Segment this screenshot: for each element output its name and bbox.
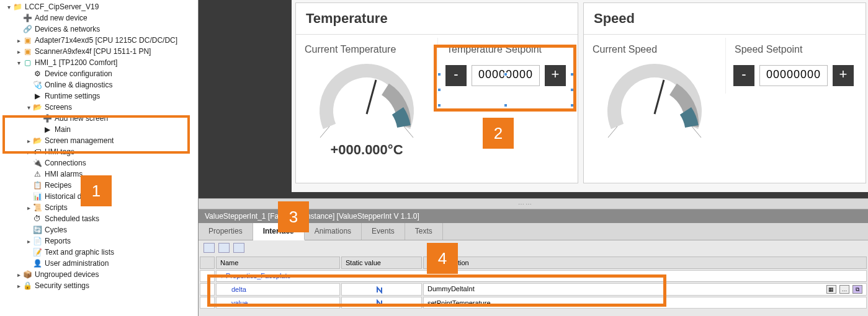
tree-label: Screen management [45, 136, 114, 145]
datatype-icon [341, 297, 422, 309]
tree-project-root[interactable]: ▾📁LCCF_CipServer_V19 [0, 1, 198, 12]
current-temp-label: Current Temperature [296, 38, 437, 58]
tree-security[interactable]: ▸🔒Security settings [0, 280, 198, 291]
tree-label: Security settings [35, 281, 89, 290]
cycles-icon: 🔄 [32, 225, 42, 235]
tree-label: Add new screen [55, 114, 108, 123]
tree-cycles[interactable]: 🔄Cycles [0, 224, 198, 235]
tree-label: User administration [45, 259, 109, 268]
tree-label: Text and graphic lists [45, 248, 114, 257]
tree-ungrouped[interactable]: ▸📦Ungrouped devices [0, 269, 198, 280]
tags-icon: 🏷 [32, 147, 42, 157]
tree-online-diag[interactable]: 🩺Online & diagnostics [0, 79, 198, 90]
screen-editor-canvas[interactable]: Temperature Current Temperature +000.000… [199, 0, 868, 198]
project-tree[interactable]: ▾📁LCCF_CipServer_V19 ➕Add new device 🔗De… [0, 0, 198, 292]
group-label: Properties_Faceplate [226, 272, 291, 279]
text-list-icon: 📝 [32, 247, 42, 257]
tag-link-button[interactable]: ⧉ [852, 285, 862, 294]
tree-text-graphic[interactable]: 📝Text and graphic lists [0, 247, 198, 258]
scheduled-icon: ⏱ [32, 214, 42, 224]
tree-devices-networks[interactable]: 🔗Devices & networks [0, 24, 198, 35]
folder-icon: 📂 [32, 136, 42, 146]
tab-texts[interactable]: Texts [405, 223, 443, 240]
tree-label: Runtime settings [45, 92, 100, 100]
speed-setpoint-stepper[interactable]: - 00000000 + [726, 58, 867, 94]
tree-label: Add new device [35, 14, 87, 22]
setpoint-value[interactable]: 00000000 [472, 65, 540, 86]
tree-label: Reports [45, 237, 71, 245]
tag-more-button[interactable]: … [839, 285, 849, 294]
tree-label: Scheduled tasks [45, 214, 99, 223]
recipes-icon: 📋 [32, 180, 42, 190]
tab-events[interactable]: Events [362, 223, 405, 240]
ungrouped-icon: 📦 [22, 270, 32, 279]
tree-label: ScannerA9xfex4f [CPU 1511-1 PN] [35, 47, 151, 56]
diagnostics-icon: 🩺 [32, 80, 42, 90]
setpoint-value[interactable]: 00000000 [759, 65, 828, 86]
tree-runtime[interactable]: ▶Runtime settings [0, 90, 198, 102]
temp-setpoint-label: Temperature Setpoint [438, 38, 579, 58]
prop-dynamization[interactable]: setPointTemperature [423, 297, 867, 309]
temperature-panel: Temperature Current Temperature +000.000… [295, 2, 578, 183]
toolbar-collapse-icon[interactable] [233, 243, 244, 253]
tree-add-device[interactable]: ➕Add new device [0, 12, 198, 24]
callout-1: 1 [81, 175, 112, 206]
add-device-icon: ➕ [22, 13, 32, 23]
plc-icon: ▣ [22, 46, 32, 56]
tree-adapter[interactable]: ▸▣Adapter71x4exd5 [CPU 1215C DC/DC/DC] [0, 35, 198, 46]
tree-label: Devices & networks [35, 25, 100, 33]
tree-label: Main [55, 125, 71, 134]
tag-browse-button[interactable]: ▦ [826, 285, 836, 294]
speed-panel: Speed Current Speed Speed Setpoint - 000… [583, 2, 866, 183]
decrement-button[interactable]: - [445, 65, 467, 86]
historical-icon: 📊 [32, 191, 42, 201]
project-icon: 📁 [12, 2, 22, 12]
tree-hmi-tags[interactable]: ▸🏷HMI tags [0, 146, 198, 157]
tree-screen-mgmt[interactable]: ▸📂Screen management [0, 135, 198, 146]
tree-scanner[interactable]: ▸▣ScannerA9xfex4f [CPU 1511-1 PN] [0, 46, 198, 57]
tree-label: Adapter71x4exd5 [CPU 1215C DC/DC/DC] [35, 36, 177, 45]
grid-row[interactable]: delta DummyDeltaInt ▦ … ⧉ [200, 283, 867, 296]
speed-setpoint-label: Speed Setpoint [726, 38, 867, 58]
tree-device-config[interactable]: ⚙Device configuration [0, 68, 198, 79]
col-dynamization[interactable]: Dynamization [423, 257, 867, 269]
current-temp-value: +000.000°C [296, 142, 437, 158]
interface-grid[interactable]: Name Static value Dynamization ▾ Propert… [199, 255, 868, 310]
svg-line-0 [367, 80, 376, 114]
prop-dynamization[interactable]: DummyDeltaInt ▦ … ⧉ [423, 283, 867, 296]
col-name[interactable]: Name [216, 257, 340, 269]
col-static[interactable]: Static value [341, 257, 422, 269]
increment-button[interactable]: + [545, 65, 566, 86]
increment-button[interactable]: + [833, 65, 854, 86]
callout-4: 4 [427, 243, 458, 274]
temperature-setpoint-stepper[interactable]: - 00000000 + [438, 58, 579, 94]
grid-group-row[interactable]: ▾ Properties_Faceplate [200, 270, 867, 282]
tree-connections[interactable]: 🔌Connections [0, 157, 198, 169]
reports-icon: 📄 [32, 236, 42, 246]
security-icon: 🔒 [22, 281, 32, 291]
hmi-runtime-background: Temperature Current Temperature +000.000… [292, 0, 868, 192]
tree-main-screen[interactable]: ▶Main [0, 124, 198, 135]
tab-animations[interactable]: Animations [305, 223, 362, 240]
toolbar-expand-icon[interactable] [218, 243, 230, 253]
tree-add-screen[interactable]: ➕Add new screen [0, 113, 198, 124]
tree-label: Device configuration [45, 69, 112, 78]
tree-user-admin[interactable]: 👤User administration [0, 258, 198, 269]
decrement-button[interactable]: - [733, 65, 754, 86]
prop-name: delta [216, 283, 340, 296]
splitter-grip-icon [518, 202, 549, 207]
tab-properties[interactable]: Properties [199, 223, 253, 240]
scripts-icon: 📜 [32, 203, 42, 213]
tree-scheduled[interactable]: ⏱Scheduled tasks [0, 213, 198, 224]
alarms-icon: ⚠ [32, 169, 42, 179]
tree-reports[interactable]: ▸📄Reports [0, 235, 198, 247]
grid-row[interactable]: value setPointTemperature [200, 297, 867, 309]
runtime-icon: ▶ [32, 91, 42, 101]
folder-icon: 📂 [32, 102, 42, 112]
plc-icon: ▣ [22, 35, 32, 45]
tree-screens[interactable]: ▾📂Screens [0, 102, 198, 113]
toolbar-sort-icon[interactable] [204, 243, 215, 253]
current-speed-label: Current Speed [584, 38, 725, 58]
tree-hmi[interactable]: ▾▢HMI_1 [TP1200 Comfort] [0, 57, 198, 68]
svg-line-3 [655, 80, 664, 114]
